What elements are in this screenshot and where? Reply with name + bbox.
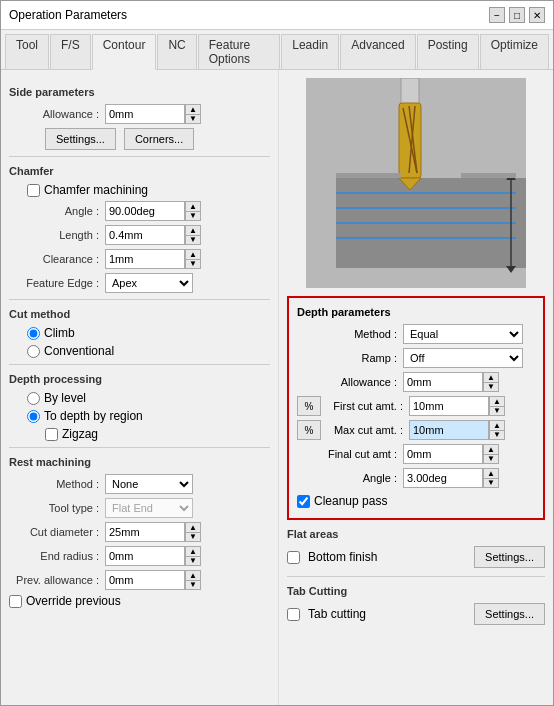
by-level-row: By level [27,391,270,405]
depth-allowance-label: Allowance : [297,376,397,388]
angle-up[interactable]: ▲ [185,201,201,211]
tab-leadin[interactable]: Leadin [281,34,339,69]
first-cut-field[interactable] [409,396,489,416]
final-cut-down[interactable]: ▼ [483,454,499,464]
conventional-label: Conventional [44,344,114,358]
depth-angle-field[interactable] [403,468,483,488]
tab-cutting-check[interactable] [287,608,300,621]
cut-diameter-up[interactable]: ▲ [185,522,201,532]
depth-allowance-row: Allowance : ▲ ▼ [297,372,535,392]
prev-allowance-down[interactable]: ▼ [185,580,201,590]
prev-allowance-label: Prev. allowance : [9,574,99,586]
maximize-button[interactable]: □ [509,7,525,23]
depth-allowance-up[interactable]: ▲ [483,372,499,382]
by-level-radio[interactable] [27,392,40,405]
depth-angle-label: Angle : [297,472,397,484]
end-radius-down[interactable]: ▼ [185,556,201,566]
depth-angle-down[interactable]: ▼ [483,478,499,488]
prev-allowance-up[interactable]: ▲ [185,570,201,580]
tab-posting[interactable]: Posting [417,34,479,69]
tab-feature-options[interactable]: Feature Options [198,34,280,69]
conventional-radio[interactable] [27,345,40,358]
prev-allowance-field[interactable] [105,570,185,590]
to-depth-row: To depth by region [27,409,270,423]
tab-advanced[interactable]: Advanced [340,34,415,69]
rest-method-select[interactable]: None [105,474,193,494]
length-down[interactable]: ▼ [185,235,201,245]
first-cut-percent[interactable]: % [297,396,321,416]
ramp-select[interactable]: Off [403,348,523,368]
clearance-up[interactable]: ▲ [185,249,201,259]
angle-row: Angle : ▲ ▼ [9,201,270,221]
zigzag-row: Zigzag [45,427,270,441]
chamfer-machining-check[interactable] [27,184,40,197]
max-cut-field[interactable] [409,420,489,440]
override-previous-check[interactable] [9,595,22,608]
tab-optimize[interactable]: Optimize [480,34,549,69]
angle-field[interactable] [105,201,185,221]
chamfer-machining-row: Chamfer machining [27,183,270,197]
depth-method-select[interactable]: Equal [403,324,523,344]
depth-allowance-down[interactable]: ▼ [483,382,499,392]
bottom-finish-check[interactable] [287,551,300,564]
angle-down[interactable]: ▼ [185,211,201,221]
allowance-down[interactable]: ▼ [185,114,201,124]
settings-button[interactable]: Settings... [45,128,116,150]
max-cut-percent[interactable]: % [297,420,321,440]
tab-tool[interactable]: Tool [5,34,49,69]
tab-nc[interactable]: NC [157,34,196,69]
tab-fs[interactable]: F/S [50,34,91,69]
first-cut-down[interactable]: ▼ [489,406,505,416]
cleanup-check[interactable] [297,495,310,508]
final-cut-up[interactable]: ▲ [483,444,499,454]
to-depth-radio[interactable] [27,410,40,423]
flat-areas-section: Flat areas Bottom finish Settings... [287,528,545,568]
tool-type-select[interactable]: Flat End [105,498,193,518]
cut-diameter-field[interactable] [105,522,185,542]
depth-allowance-field[interactable] [403,372,483,392]
length-up[interactable]: ▲ [185,225,201,235]
end-radius-field[interactable] [105,546,185,566]
cut-diameter-down[interactable]: ▼ [185,532,201,542]
first-cut-up[interactable]: ▲ [489,396,505,406]
end-radius-label: End radius : [9,550,99,562]
chamfer-section: Chamfer [9,165,270,177]
depth-method-row: Method : Equal [297,324,535,344]
settings-corners-row: Settings... Corners... [45,128,270,150]
tab-contour[interactable]: Contour [92,34,157,70]
tool-type-label: Tool type : [9,502,99,514]
clearance-down[interactable]: ▼ [185,259,201,269]
depth-angle-up[interactable]: ▲ [483,468,499,478]
cut-diameter-row: Cut diameter : ▲ ▼ [9,522,270,542]
max-cut-up[interactable]: ▲ [489,420,505,430]
left-panel: Side parameters Allowance : ▲ ▼ Settings… [1,70,279,705]
end-radius-row: End radius : ▲ ▼ [9,546,270,566]
cut-method-section: Cut method [9,308,270,320]
bottom-finish-label: Bottom finish [308,550,377,564]
tab-bar: Tool F/S Contour NC Feature Options Lead… [1,30,553,70]
first-cut-row: % First cut amt. : ▲ ▼ [297,396,535,416]
max-cut-row: % Max cut amt. : ▲ ▼ [297,420,535,440]
clearance-label: Clearance : [9,253,99,265]
allowance-field[interactable] [105,104,185,124]
tab-settings-button[interactable]: Settings... [474,603,545,625]
side-params-section: Side parameters [9,86,270,98]
feature-edge-select[interactable]: Apex [105,273,193,293]
climb-radio[interactable] [27,327,40,340]
end-radius-up[interactable]: ▲ [185,546,201,556]
final-cut-field[interactable] [403,444,483,464]
minimize-button[interactable]: − [489,7,505,23]
max-cut-down[interactable]: ▼ [489,430,505,440]
feature-edge-label: Feature Edge : [9,277,99,289]
rest-method-row: Method : None [9,474,270,494]
flat-settings-button[interactable]: Settings... [474,546,545,568]
clearance-field[interactable] [105,249,185,269]
cut-diameter-label: Cut diameter : [9,526,99,538]
allowance-up[interactable]: ▲ [185,104,201,114]
zigzag-check[interactable] [45,428,58,441]
ramp-label: Ramp : [297,352,397,364]
corners-button[interactable]: Corners... [124,128,194,150]
close-button[interactable]: ✕ [529,7,545,23]
length-field[interactable] [105,225,185,245]
allowance-spinner: ▲ ▼ [185,104,201,124]
